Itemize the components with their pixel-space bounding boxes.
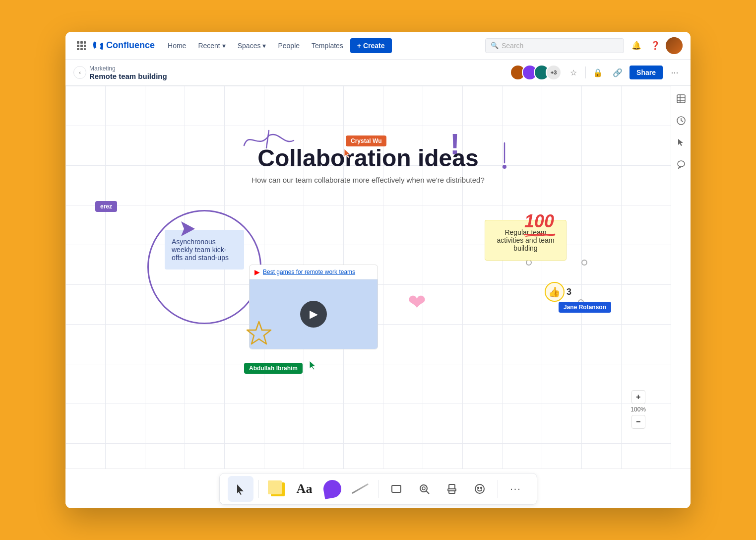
text-tool-icon: Aa [297, 481, 313, 496]
chat-icon[interactable] [674, 157, 688, 171]
search-icon: 🔍 [491, 42, 499, 49]
help-icon[interactable]: ❓ [647, 37, 664, 54]
more-options-icon[interactable]: ··· [667, 65, 683, 80]
reactions-tool[interactable] [467, 476, 493, 502]
svg-rect-0 [77, 41, 79, 44]
svg-rect-3 [77, 45, 79, 47]
toolbar-inner: Aa [219, 473, 537, 505]
chevron-down-icon: ▾ [222, 42, 226, 50]
badge-100: 100 [524, 211, 554, 232]
clock-icon[interactable] [674, 114, 688, 128]
svg-rect-7 [80, 48, 83, 50]
nav-spaces[interactable]: Spaces ▾ [233, 39, 271, 53]
whiteboard-canvas[interactable]: ! Collaboration ideas How can our team c… [65, 86, 671, 469]
svg-rect-25 [392, 485, 401, 492]
deco-circle-2 [581, 260, 587, 266]
zoom-out-button[interactable]: − [631, 415, 645, 429]
user-label-abdullah: Abdullah Ibrahim [244, 363, 303, 374]
notifications-icon[interactable]: 🔔 [628, 37, 645, 54]
divider [585, 67, 586, 78]
deco-line-vert [497, 140, 512, 170]
user-label-jane: Jane Rotanson [559, 302, 611, 313]
svg-point-23 [678, 161, 685, 167]
sticky-tool[interactable] [264, 476, 290, 502]
search-canvas-tool[interactable] [411, 476, 437, 502]
reaction-count: 3 [567, 287, 571, 297]
user-avatar[interactable] [666, 37, 683, 54]
confluence-logo[interactable]: Confluence [93, 40, 155, 51]
deco-heart: ❤ [408, 289, 426, 315]
svg-marker-15 [247, 322, 271, 344]
toolbar-separator-3 [498, 480, 498, 498]
svg-rect-1 [80, 41, 83, 44]
sticky-stack-icon [268, 480, 286, 497]
svg-marker-24 [237, 484, 244, 495]
collaborator-avatars: +3 [510, 65, 562, 80]
svg-rect-17 [677, 95, 685, 103]
search-canvas-icon [418, 483, 430, 495]
page-title: Remote team building [89, 72, 167, 80]
stamp-tool[interactable] [439, 476, 465, 502]
reactions-tool-icon [474, 483, 486, 495]
sticky-note-blue[interactable]: Asynchronous weekly team kick-offs and s… [165, 230, 244, 270]
user-label-perez: erez [95, 201, 117, 212]
create-button[interactable]: + Create [350, 38, 392, 53]
stamp-tool-icon [446, 483, 458, 495]
toolbar-separator-1 [258, 480, 259, 498]
toolbar-separator-2 [378, 480, 378, 498]
breadcrumb-parent: Marketing [89, 65, 167, 72]
page-toolbar: +3 ☆ 🔒 🔗 Share ··· [510, 65, 683, 80]
svg-rect-31 [449, 491, 455, 493]
svg-point-11 [503, 165, 506, 169]
line-tool[interactable] [347, 476, 373, 502]
breadcrumb: ‹ Marketing Remote team building [73, 65, 504, 80]
svg-marker-12 [344, 149, 350, 158]
youtube-icon: ▶ [254, 268, 260, 276]
apps-icon[interactable] [73, 38, 89, 54]
cursor-icon[interactable] [674, 135, 688, 149]
play-button[interactable]: ▶ [300, 301, 327, 328]
svg-rect-6 [77, 48, 79, 50]
avatar-extra-count: +3 [546, 65, 562, 80]
nav-action-icons: 🔔 ❓ [628, 37, 683, 54]
search-bar[interactable]: 🔍 Search [485, 38, 624, 53]
page-header: ‹ Marketing Remote team building +3 ☆ 🔒 … [65, 60, 691, 86]
lock-icon[interactable]: 🔒 [590, 65, 606, 80]
nav-templates[interactable]: Templates [307, 39, 348, 53]
rectangle-tool-icon [390, 483, 402, 495]
svg-marker-16 [310, 361, 315, 370]
main-area: ! Collaboration ideas How can our team c… [65, 86, 691, 469]
zoom-in-button[interactable]: + [631, 390, 645, 404]
rectangle-tool[interactable] [383, 476, 409, 502]
canvas-main-title: Collaboration ideas [252, 145, 485, 172]
table-icon[interactable] [674, 92, 688, 106]
nav-people[interactable]: People [273, 39, 305, 53]
breadcrumb-text: Marketing Remote team building [89, 65, 167, 80]
share-button[interactable]: Share [630, 66, 663, 79]
canvas-title-area: Collaboration ideas How can our team col… [252, 145, 485, 184]
play-tool[interactable] [228, 476, 253, 502]
text-tool[interactable]: Aa [292, 476, 317, 502]
deco-arrow-left [177, 219, 197, 239]
nav-recent[interactable]: Recent ▾ [193, 39, 230, 53]
svg-rect-29 [449, 484, 455, 489]
shape-tool[interactable] [319, 476, 345, 502]
link-icon[interactable]: 🔗 [610, 65, 626, 80]
deco-underline-100 [523, 232, 556, 237]
svg-line-27 [426, 491, 429, 494]
sticky-s2 [268, 480, 282, 494]
sidebar-toggle[interactable]: ‹ [73, 66, 86, 79]
star-icon[interactable]: ☆ [566, 65, 581, 80]
svg-rect-2 [84, 41, 86, 44]
chevron-down-icon: ▾ [262, 42, 266, 50]
more-tools[interactable]: ··· [503, 476, 529, 502]
nav-home[interactable]: Home [163, 39, 191, 53]
svg-rect-4 [80, 45, 83, 47]
thumbs-reaction[interactable]: 👍 3 [545, 282, 571, 302]
svg-point-33 [477, 487, 478, 488]
nav-links: Home Recent ▾ Spaces ▾ People Templates … [163, 38, 481, 53]
yt-link-text[interactable]: Best games for remote work teams [263, 269, 355, 275]
shape-tool-icon [322, 478, 343, 499]
zoom-level: 100% [630, 405, 646, 414]
sidebar-right [671, 86, 691, 469]
